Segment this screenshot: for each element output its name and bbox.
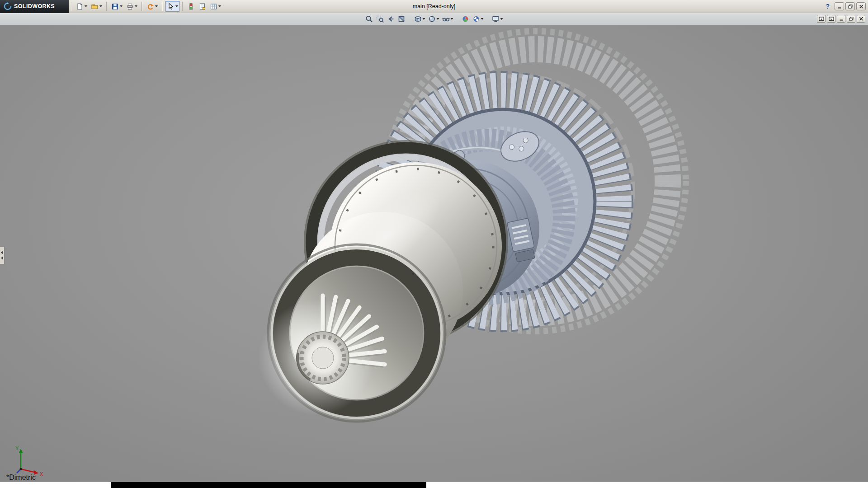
zoom-to-area-button[interactable] xyxy=(375,14,385,24)
zoom-to-area-icon xyxy=(376,15,384,23)
help-button[interactable]: ? xyxy=(826,3,830,10)
zoom-to-fit-button[interactable] xyxy=(364,14,374,24)
dropdown-caret-icon[interactable] xyxy=(135,5,137,7)
close-icon xyxy=(859,17,863,21)
next-document-button[interactable] xyxy=(827,15,835,23)
collapse-arrow-icon xyxy=(1,256,3,260)
feature-panel-collapse-tab[interactable] xyxy=(0,246,5,264)
toolbar-separator xyxy=(182,2,183,11)
taskbar-segment xyxy=(111,482,426,488)
save-button[interactable] xyxy=(109,1,124,12)
dropdown-caret-icon[interactable] xyxy=(85,5,87,7)
document-window-controls xyxy=(817,15,865,23)
rebuild-button[interactable] xyxy=(185,1,197,12)
toolbar-separator xyxy=(162,2,163,11)
dropdown-caret-icon[interactable] xyxy=(99,5,102,7)
select-cursor-icon xyxy=(167,3,175,10)
rebuild-stoplight-icon xyxy=(187,3,195,10)
save-floppy-icon xyxy=(111,3,119,10)
view-orientation-label: *Dimetric xyxy=(6,474,36,482)
orientation-triad[interactable]: Y X xyxy=(15,446,43,477)
display-style-icon xyxy=(428,15,436,23)
dropdown-caret-icon[interactable] xyxy=(423,18,425,20)
close-button[interactable] xyxy=(856,2,866,10)
select-button[interactable] xyxy=(165,1,180,12)
next-document-icon xyxy=(829,16,834,21)
view-settings-icon xyxy=(492,15,500,23)
undo-icon xyxy=(146,3,154,10)
minimize-icon xyxy=(839,17,844,21)
toolbar-separator xyxy=(71,2,72,11)
view-settings-button[interactable] xyxy=(491,14,504,24)
view-orientation-button[interactable] xyxy=(413,14,426,24)
zoom-to-fit-icon xyxy=(365,15,373,23)
dropdown-caret-icon[interactable] xyxy=(500,18,503,20)
minimize-icon xyxy=(837,5,842,9)
heads-up-view-toolbar xyxy=(364,14,504,24)
open-button[interactable] xyxy=(89,1,104,12)
solidworks-logo: SOLIDWORKS xyxy=(0,0,69,13)
close-icon xyxy=(859,5,863,9)
display-style-button[interactable] xyxy=(427,14,440,24)
edit-appearance-button[interactable] xyxy=(461,14,471,24)
graphics-viewport[interactable]: Y X *Dimetric xyxy=(0,25,868,482)
apply-scene-icon xyxy=(472,15,481,23)
file-properties-button[interactable] xyxy=(197,1,208,12)
document-minimize-button[interactable] xyxy=(837,15,845,23)
3ds-logo-icon xyxy=(4,2,12,10)
view-orientation-cube-icon xyxy=(414,15,422,23)
maximize-button[interactable] xyxy=(845,2,855,10)
restore-icon xyxy=(848,5,853,9)
brand-name: SOLIDWORKS xyxy=(14,3,55,9)
hide-show-items-button[interactable] xyxy=(441,14,454,24)
new-document-icon xyxy=(76,3,84,10)
dropdown-caret-icon[interactable] xyxy=(175,5,178,7)
triad-y-label: Y xyxy=(15,446,19,451)
options-button[interactable] xyxy=(208,1,223,12)
window-controls: ? xyxy=(826,2,868,10)
dropdown-caret-icon[interactable] xyxy=(155,5,158,7)
file-properties-icon xyxy=(198,3,206,10)
previous-view-icon xyxy=(387,15,395,23)
toolbar-separator xyxy=(142,2,142,11)
dropdown-caret-icon[interactable] xyxy=(437,18,439,20)
previous-document-icon xyxy=(819,16,824,21)
bottom-strip xyxy=(0,482,868,488)
dropdown-caret-icon[interactable] xyxy=(218,5,221,7)
minimize-button[interactable] xyxy=(835,2,844,10)
dropdown-caret-icon[interactable] xyxy=(120,5,123,7)
document-close-button[interactable] xyxy=(857,15,865,23)
collapse-arrow-icon xyxy=(1,251,3,254)
title-bar: main [Read-only] SOLIDWORKS xyxy=(0,0,868,13)
3d-viewport-canvas[interactable]: Y X xyxy=(0,25,868,482)
dropdown-caret-icon[interactable] xyxy=(481,18,484,20)
previous-view-button[interactable] xyxy=(386,14,396,24)
toolbar-separator xyxy=(106,2,107,11)
section-view-icon xyxy=(398,15,406,23)
previous-document-button[interactable] xyxy=(817,15,826,23)
restore-icon xyxy=(849,17,854,21)
print-button[interactable] xyxy=(124,1,139,12)
open-folder-icon xyxy=(91,3,99,10)
edit-appearance-ball-icon xyxy=(462,15,470,23)
document-restore-button[interactable] xyxy=(847,15,855,23)
print-icon xyxy=(126,3,134,10)
hide-show-glasses-icon xyxy=(442,15,450,23)
heads-up-row xyxy=(0,13,868,25)
apply-scene-button[interactable] xyxy=(472,14,485,24)
solidworks-window: main [Read-only] SOLIDWORKS xyxy=(0,0,868,488)
undo-button[interactable] xyxy=(145,1,160,12)
options-table-icon xyxy=(210,3,217,10)
jet-engine-model[interactable] xyxy=(259,31,686,422)
new-document-button[interactable] xyxy=(74,1,89,12)
dropdown-caret-icon[interactable] xyxy=(451,18,453,20)
section-view-button[interactable] xyxy=(397,14,407,24)
triad-x-label: X xyxy=(40,471,43,477)
